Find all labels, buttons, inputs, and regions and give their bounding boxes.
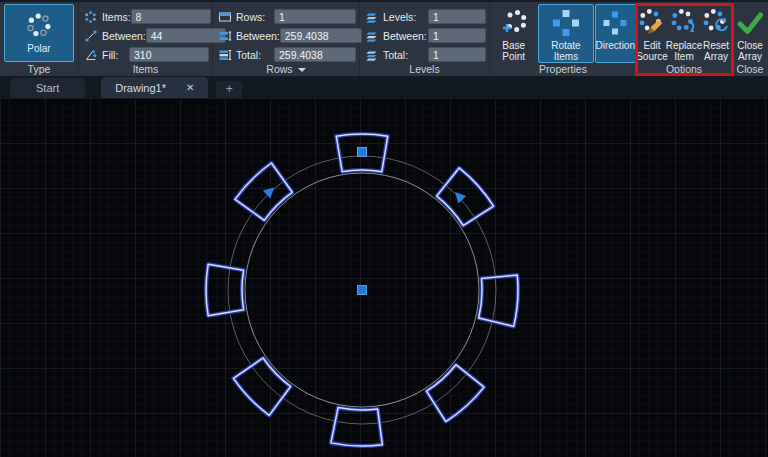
tab-drawing1-label: Drawing1*: [115, 82, 166, 94]
array-wedge-item[interactable]: [331, 408, 382, 446]
application-window: Polar Type Items: Between: Fill:: [0, 0, 768, 457]
panel-type: Polar Type: [0, 2, 79, 76]
panel-label-properties: Properties: [490, 63, 636, 75]
rows-count-label: Rows:: [236, 11, 274, 23]
rotate-items-icon: [551, 8, 581, 38]
file-tab-bar: Start Drawing1* ✕ +: [0, 76, 768, 98]
array-wedge-item-outline: [206, 264, 244, 316]
rows-dropdown-caret-icon: [298, 68, 306, 72]
rows-total-row: Total:: [218, 45, 356, 64]
drawing-canvas[interactable]: [0, 98, 768, 457]
replace-item-label: Replace Item: [666, 40, 703, 62]
tab-drawing1[interactable]: Drawing1* ✕: [101, 77, 208, 98]
items-between-row: Between:: [84, 26, 209, 45]
rows-between-label: Between:: [236, 30, 280, 42]
polar-type-label: Polar: [27, 43, 50, 54]
close-array-label: Close Array: [734, 40, 766, 62]
levels-between-label: Between:: [383, 30, 428, 42]
rows-count-row: Rows:: [218, 7, 356, 26]
items-count-label: Items:: [102, 11, 131, 23]
replace-item-icon: [669, 8, 699, 38]
rows-total-label: Total:: [236, 49, 274, 61]
panel-label-close: Close: [732, 63, 768, 75]
plus-icon: +: [226, 82, 233, 96]
rows-between-icon: [218, 29, 233, 43]
items-fill-input[interactable]: [129, 47, 209, 62]
panel-label-type: Type: [0, 63, 78, 75]
items-count-row: Items:: [84, 7, 209, 26]
levels-between-icon: [365, 29, 380, 43]
panel-levels: Levels: Between: Total: Levels: [360, 2, 490, 76]
edit-source-icon: [637, 8, 667, 38]
base-point-icon: [499, 8, 529, 38]
edit-source-label: Edit Source: [636, 40, 668, 62]
base-point-button[interactable]: Base Point: [490, 4, 537, 63]
new-tab-button[interactable]: +: [216, 81, 242, 98]
levels-total-row: Total:: [365, 45, 486, 64]
items-fill-label: Fill:: [102, 49, 129, 61]
arrow-grip[interactable]: [451, 188, 466, 203]
items-fill-row: Fill:: [84, 45, 209, 64]
array-wedge-item-outline: [479, 275, 518, 326]
array-wedge-item[interactable]: [233, 358, 290, 415]
items-fill-icon: [84, 48, 99, 62]
close-array-button[interactable]: Close Array: [733, 4, 767, 63]
rows-between-row: Between:: [218, 26, 356, 45]
items-between-icon: [84, 29, 99, 43]
item-grip[interactable]: [358, 148, 367, 157]
tab-start[interactable]: Start: [10, 78, 85, 98]
panel-rows: Rows: Between: Total: Rows: [213, 2, 360, 76]
rows-between-input[interactable]: [280, 28, 362, 43]
array-wedge-item[interactable]: [426, 365, 484, 422]
items-between-label: Between:: [102, 30, 146, 42]
levels-between-input[interactable]: [428, 28, 486, 43]
array-wedge-item[interactable]: [235, 163, 292, 220]
items-count-input[interactable]: [131, 9, 211, 24]
panel-properties: Base Point Rotate Items Direction Proper…: [490, 2, 637, 76]
panel-label-rows[interactable]: Rows: [213, 63, 359, 75]
array-wedge-item[interactable]: [206, 264, 244, 316]
rows-count-icon: [218, 10, 233, 24]
panel-label-levels: Levels: [360, 63, 489, 75]
direction-button[interactable]: Direction: [595, 4, 636, 63]
panel-options: Edit Source Replace Item Reset Array Opt…: [637, 2, 732, 76]
tab-close-icon[interactable]: ✕: [186, 82, 194, 93]
polar-type-button[interactable]: Polar: [4, 4, 74, 62]
direction-label: Direction: [596, 40, 635, 51]
replace-item-button[interactable]: Replace Item: [669, 4, 700, 63]
rotate-items-button[interactable]: Rotate Items: [538, 4, 593, 63]
levels-count-row: Levels:: [365, 7, 486, 26]
levels-count-input[interactable]: [428, 9, 486, 24]
reset-array-button[interactable]: Reset Array: [701, 4, 732, 63]
levels-total-input[interactable]: [428, 47, 486, 62]
reset-array-label: Reset Array: [702, 40, 731, 62]
rows-total-input[interactable]: [274, 47, 356, 62]
panel-label-items: Items: [79, 63, 212, 75]
items-count-icon: [84, 10, 99, 24]
polar-array-drawing[interactable]: [0, 98, 768, 457]
arrow-grip[interactable]: [263, 183, 278, 198]
panel-label-options: Options: [637, 63, 731, 75]
ribbon: Polar Type Items: Between: Fill:: [0, 0, 768, 76]
tab-start-label: Start: [36, 82, 59, 94]
panel-close: Close Array Close: [732, 2, 768, 76]
reset-array-icon: [701, 8, 731, 38]
direction-icon: [600, 8, 630, 38]
levels-total-icon: [365, 48, 380, 62]
rotate-items-label: Rotate Items: [539, 40, 592, 62]
rows-count-input[interactable]: [274, 9, 356, 24]
close-array-check-icon: [735, 8, 765, 38]
levels-total-label: Total:: [383, 49, 428, 61]
center-grip[interactable]: [358, 286, 367, 295]
edit-source-button[interactable]: Edit Source: [637, 4, 668, 63]
base-point-label: Base Point: [491, 40, 536, 62]
polar-array-icon: [24, 11, 54, 41]
rows-total-icon: [218, 48, 233, 62]
levels-count-label: Levels:: [383, 11, 428, 23]
panel-items: Items: Between: Fill: Items: [79, 2, 213, 76]
levels-between-row: Between:: [365, 26, 486, 45]
levels-count-icon: [365, 10, 380, 24]
